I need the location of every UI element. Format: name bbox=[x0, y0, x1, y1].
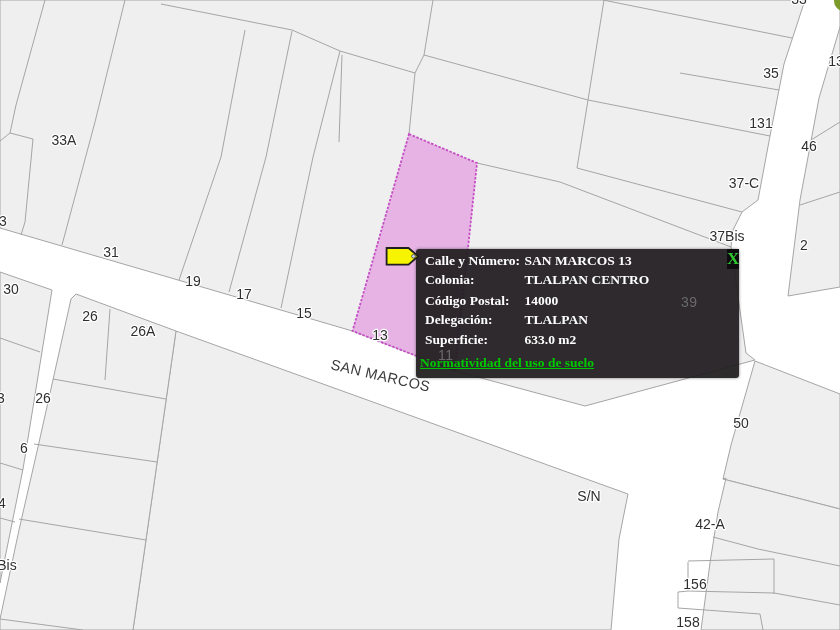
svg-text:50: 50 bbox=[733, 415, 749, 431]
svg-text:4: 4 bbox=[0, 495, 6, 511]
svg-text:8Bis: 8Bis bbox=[0, 557, 17, 573]
svg-text:2: 2 bbox=[800, 237, 808, 253]
svg-text:33A: 33A bbox=[52, 132, 78, 148]
svg-text:17: 17 bbox=[236, 286, 252, 302]
svg-text:3: 3 bbox=[0, 390, 5, 406]
svg-text:6: 6 bbox=[20, 440, 28, 456]
svg-text:158: 158 bbox=[676, 614, 700, 630]
svg-text:31: 31 bbox=[103, 244, 119, 260]
svg-text:26: 26 bbox=[82, 308, 98, 324]
svg-text:131: 131 bbox=[828, 53, 840, 69]
svg-text:37Bis: 37Bis bbox=[709, 228, 744, 244]
svg-text:19: 19 bbox=[185, 273, 201, 289]
svg-text:42-A: 42-A bbox=[695, 516, 725, 532]
svg-text:156: 156 bbox=[683, 576, 707, 592]
svg-text:S/N: S/N bbox=[577, 488, 600, 504]
svg-text:33: 33 bbox=[0, 213, 7, 229]
svg-text:15: 15 bbox=[296, 305, 312, 321]
svg-text:46: 46 bbox=[801, 138, 817, 154]
svg-text:131: 131 bbox=[749, 115, 773, 131]
svg-text:30: 30 bbox=[3, 281, 19, 297]
svg-text:13: 13 bbox=[372, 327, 388, 343]
svg-text:26A: 26A bbox=[131, 323, 157, 339]
svg-text:37-C: 37-C bbox=[729, 175, 759, 191]
svg-text:26: 26 bbox=[35, 390, 51, 406]
svg-text:35: 35 bbox=[763, 65, 779, 81]
svg-text:33: 33 bbox=[791, 0, 807, 7]
